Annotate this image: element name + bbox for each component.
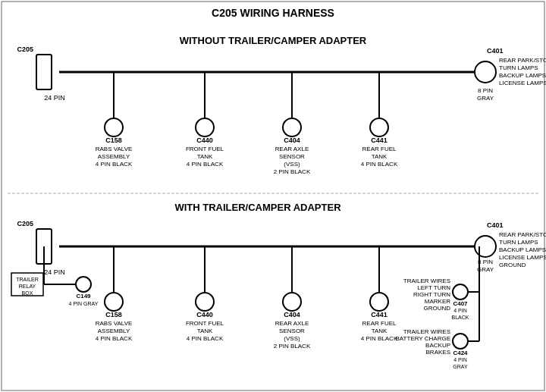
c440-2-desc2: TANK (197, 328, 213, 334)
c424-pin: 4 PIN (453, 357, 467, 362)
c401-label-1: C401 (487, 47, 504, 55)
c407-desc2: LEFT TURN (417, 284, 450, 291)
c440-desc2: TANK (197, 153, 213, 160)
c401-2-desc5: GROUND (499, 262, 526, 268)
c440-2-desc1: FRONT FUEL (186, 320, 224, 327)
c401-label-2: C401 (487, 221, 504, 229)
trailer-relay-label2: RELAY (19, 284, 36, 289)
c401-connector-1 (475, 61, 496, 83)
c404-desc3: (VSS) (284, 161, 300, 168)
c440-connector-2 (196, 293, 214, 311)
c401-pin-1: 8 PIN (478, 87, 493, 94)
c441-desc2: TANK (372, 153, 388, 160)
wiring-diagram: C205 WIRING HARNESS WITHOUT TRAILER/CAMP… (0, 0, 546, 392)
c424-color: GRAY (453, 364, 468, 369)
c158-connector-1 (105, 118, 123, 136)
c149-label: C149 (76, 293, 91, 299)
c404-2-desc3: (VSS) (284, 335, 300, 342)
c401-desc-3: BACKUP LAMPS (499, 72, 546, 79)
c149-pin: 4 PIN GRAY (69, 301, 99, 306)
c407-connector (453, 284, 468, 299)
c401-2-desc3: BACKUP LAMPS (499, 246, 546, 253)
c401-gray-1: GRAY (477, 95, 494, 102)
c158-2-desc1: RABS VALVE (96, 320, 133, 327)
c158-id-1: C158 (105, 136, 122, 144)
c158-id-2: C158 (105, 311, 122, 318)
c404-2-desc1: REAR AXLE (275, 320, 309, 327)
c440-connector-1 (196, 118, 214, 136)
c158-desc2: ASSEMBLY (98, 153, 130, 160)
c158-desc3: 4 PIN BLACK (96, 161, 133, 168)
c407-label: C407 (453, 300, 468, 307)
c401-pin-2: 8 PIN (478, 259, 493, 265)
c407-desc5: GROUND (423, 305, 450, 312)
c401-desc-1: REAR PARK/STOP (499, 57, 546, 64)
c441-id-1: C441 (371, 136, 388, 144)
c205-label-2: C205 (17, 220, 33, 227)
c441-desc1: REAR FUEL (362, 146, 397, 152)
c404-desc2: SENSOR (279, 153, 305, 160)
c404-connector-2 (283, 293, 301, 311)
c440-desc1: FRONT FUEL (186, 146, 224, 152)
c407-desc3: RIGHT TURN (413, 291, 450, 298)
c441-2-desc1: REAR FUEL (362, 320, 397, 327)
c441-2-desc2: TANK (372, 328, 388, 334)
c401-connector-2 (475, 236, 496, 257)
c441-connector-1 (370, 118, 388, 136)
svg-rect-0 (2, 2, 544, 390)
c424-desc3: BACKUP (425, 342, 450, 349)
c404-desc1: REAR AXLE (275, 146, 309, 152)
c407-desc1: TRAILER WIRES (403, 278, 450, 284)
c404-id-1: C404 (284, 136, 300, 144)
c401-2-desc2: TURN LAMPS (499, 239, 538, 246)
c441-connector-2 (370, 293, 388, 311)
c158-2-desc3: 4 PIN BLACK (96, 335, 133, 342)
trailer-relay-label3: BOX (22, 290, 33, 296)
c404-desc4: 2 PIN BLACK (274, 168, 311, 175)
c407-desc4: MARKER (425, 298, 450, 305)
c407-pin: 4 PIN (453, 308, 467, 313)
c404-id-2: C404 (284, 311, 300, 318)
c401-2-desc1: REAR PARK/STOP (499, 231, 546, 238)
c404-2-desc2: SENSOR (279, 328, 305, 334)
c205-label-1: C205 (17, 45, 33, 53)
c441-id-2: C441 (371, 311, 388, 318)
c440-2-desc3: 4 PIN BLACK (187, 335, 224, 342)
c158-2-desc2: ASSEMBLY (98, 328, 130, 334)
trailer-relay-label1: TRAILER (16, 277, 39, 282)
c149-connector (76, 277, 91, 292)
section2-label: WITH TRAILER/CAMPER ADAPTER (174, 202, 341, 213)
diagram-title: C205 WIRING HARNESS (212, 7, 334, 19)
c440-id-2: C440 (196, 311, 213, 318)
c401-2-desc4: LICENSE LAMPS (499, 254, 546, 261)
c401-desc-2: TURN LAMPS (499, 64, 538, 71)
section1-label: WITHOUT TRAILER/CAMPER ADAPTER (180, 35, 367, 46)
c404-connector-1 (283, 118, 301, 136)
c407-color: BLACK (452, 315, 469, 320)
c158-connector-2 (105, 293, 123, 311)
c205-pin-1: 24 PIN (44, 94, 65, 102)
c424-label: C424 (453, 350, 468, 356)
c205-connector-1 (36, 55, 52, 89)
c424-desc4: BRAKES (426, 349, 450, 356)
c404-2-desc4: 2 PIN BLACK (274, 343, 311, 350)
c401-desc-4: LICENSE LAMPS (499, 80, 546, 86)
c424-desc1: TRAILER WIRES (403, 328, 450, 335)
c205-pin-2: 24 PIN (44, 268, 65, 276)
c424-connector (453, 334, 468, 349)
c440-desc3: 4 PIN BLACK (187, 161, 224, 168)
c424-desc2: BATTERY CHARGE (396, 335, 450, 342)
c441-2-desc3: 4 PIN BLACK (361, 335, 398, 342)
c158-desc1: RABS VALVE (96, 146, 133, 152)
c441-desc3: 4 PIN BLACK (361, 161, 398, 168)
c440-id-1: C440 (196, 136, 213, 144)
